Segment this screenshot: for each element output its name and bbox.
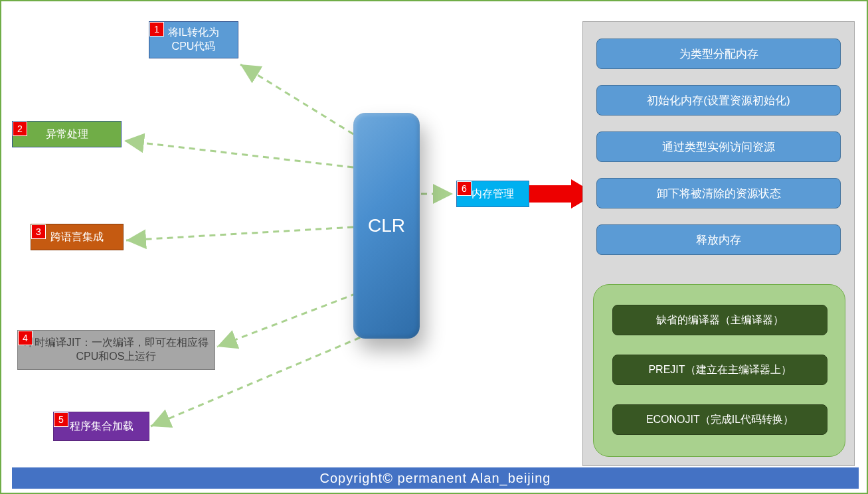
badge-3: 3 [31,224,46,239]
arrow-clr-to-3 [126,227,353,240]
node-1-label: 将IL转化为 CPU代码 [168,26,219,54]
footer-text: Copyright© permanent Alan_beijing [320,471,551,486]
clr-center-node: CLR [353,113,420,339]
sub-item-2: PREJIT（建立在主编译器上） [612,355,827,385]
compiler-sub-panel: 缺省的编译器（主编译器） PREJIT（建立在主编译器上） ECONOJIT（完… [593,284,845,457]
arrow-clr-to-1 [240,64,353,134]
memory-panel: 为类型分配内存 初始化内存(设置资源初始化) 通过类型实例访问资源 卸下将被清除… [582,21,855,466]
node-5-label: 程序集合加载 [70,420,133,434]
panel-item-2: 初始化内存(设置资源初始化) [596,85,841,116]
node-2-label: 异常处理 [46,127,88,141]
panel-item-4: 卸下将被清除的资源状态 [596,178,841,208]
node-2-exception: 2 异常处理 [12,121,122,147]
sub-item-1: 缺省的编译器（主编译器） [612,305,827,335]
node-4-label: 即时编译JIT：一次编译，即可在相应得CPU和OS上运行 [23,336,209,364]
badge-5: 5 [54,412,68,427]
arrow-clr-to-4 [217,293,357,347]
clr-label: CLR [368,215,405,236]
copyright-footer: Copyright© permanent Alan_beijing [12,467,859,489]
panel-item-3: 通过类型实例访问资源 [596,131,841,162]
node-3-cross-lang: 3 跨语言集成 [31,224,124,250]
node-6-memory-mgmt: 6 内存管理 [456,181,529,207]
node-5-assembly-load: 5 程序集合加载 [53,412,149,441]
panel-item-5: 释放内存 [596,224,841,255]
badge-1: 1 [149,22,164,37]
node-3-label: 跨语言集成 [50,230,104,244]
badge-4: 4 [18,331,33,345]
badge-6: 6 [457,181,472,196]
node-6-label: 内存管理 [472,187,514,201]
node-1-il-to-cpu: 1 将IL转化为 CPU代码 [149,21,238,58]
sub-item-3: ECONOJIT（完成IL代码转换） [612,404,827,435]
arrow-clr-to-2 [124,141,353,167]
badge-2: 2 [13,122,27,136]
diagram-canvas: CLR 1 将IL转化为 CPU代码 2 异常处理 3 跨语言集成 4 即时编译… [0,0,868,494]
node-4-jit: 4 即时编译JIT：一次编译，即可在相应得CPU和OS上运行 [17,330,215,370]
panel-item-1: 为类型分配内存 [596,39,841,69]
